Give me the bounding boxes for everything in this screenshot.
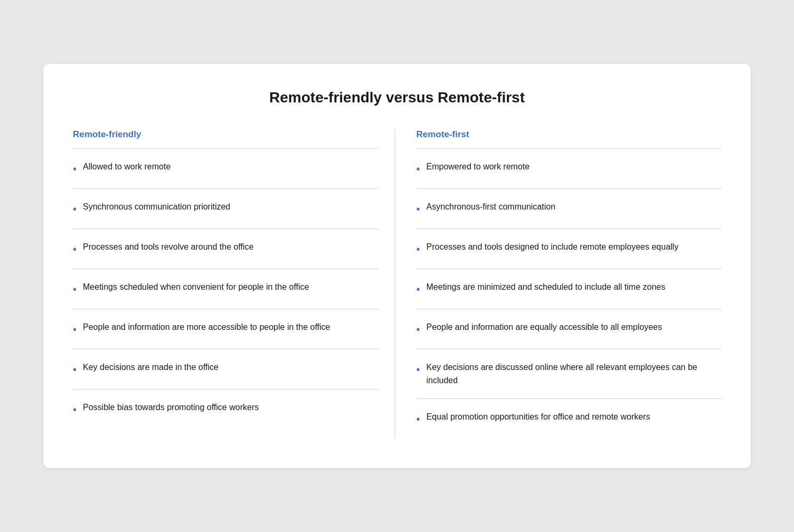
list-item: • Synchronous communication prioritized xyxy=(73,189,378,229)
item-text: Key decisions are discussed online where… xyxy=(427,361,721,387)
item-text: Processes and tools revolve around the o… xyxy=(83,241,253,254)
list-item: • People and information are more access… xyxy=(73,309,378,349)
bullet-icon: • xyxy=(417,161,420,177)
bullet-icon: • xyxy=(73,241,77,257)
list-item: • Meetings are minimized and scheduled t… xyxy=(417,269,722,309)
item-text: Meetings scheduled when convenient for p… xyxy=(83,281,309,294)
bullet-icon: • xyxy=(73,321,77,337)
list-item: • Key decisions are discussed online whe… xyxy=(417,349,722,400)
item-text: Empowered to work remote xyxy=(427,160,530,174)
bullet-icon: • xyxy=(417,201,420,217)
left-column: Remote-friendly • Allowed to work remote… xyxy=(73,129,395,439)
item-text: Synchronous communication prioritized xyxy=(83,201,230,214)
list-item: • Allowed to work remote xyxy=(73,149,378,189)
item-text: People and information are more accessib… xyxy=(83,321,330,334)
list-item: • Processes and tools revolve around the… xyxy=(73,229,378,269)
list-item: • Processes and tools designed to includ… xyxy=(417,229,722,269)
list-item: • Empowered to work remote xyxy=(417,149,722,189)
bullet-icon: • xyxy=(417,411,420,427)
bullet-icon: • xyxy=(73,161,77,177)
item-text: Key decisions are made in the office xyxy=(83,361,219,374)
bullet-icon: • xyxy=(417,321,420,337)
list-item: • Possible bias towards promoting office… xyxy=(73,390,378,429)
right-column: Remote-first • Empowered to work remote … xyxy=(395,129,722,439)
list-item: • Asynchronous-first communication xyxy=(417,189,722,229)
bullet-icon: • xyxy=(73,362,77,377)
columns-container: Remote-friendly • Allowed to work remote… xyxy=(73,129,721,439)
list-item: • Equal promotion opportunities for offi… xyxy=(417,399,722,439)
bullet-icon: • xyxy=(73,281,77,297)
comparison-card: Remote-friendly versus Remote-first Remo… xyxy=(43,64,751,469)
bullet-icon: • xyxy=(417,362,420,377)
item-text: Asynchronous-first communication xyxy=(427,201,556,214)
bullet-icon: • xyxy=(417,281,420,297)
bullet-icon: • xyxy=(417,241,420,257)
item-text: Allowed to work remote xyxy=(83,160,171,174)
card-title: Remote-friendly versus Remote-first xyxy=(73,89,721,106)
bullet-icon: • xyxy=(73,402,77,417)
list-item: • People and information are equally acc… xyxy=(417,309,722,349)
item-text: Meetings are minimized and scheduled to … xyxy=(427,281,666,294)
list-item: • Meetings scheduled when convenient for… xyxy=(73,269,378,309)
left-column-header: Remote-friendly xyxy=(73,129,378,140)
right-column-header: Remote-first xyxy=(417,129,722,140)
item-text: Possible bias towards promoting office w… xyxy=(83,401,259,414)
item-text: Equal promotion opportunities for office… xyxy=(427,411,650,424)
item-text: Processes and tools designed to include … xyxy=(427,241,679,254)
item-text: People and information are equally acces… xyxy=(427,321,662,334)
bullet-icon: • xyxy=(73,201,77,217)
list-item: • Key decisions are made in the office xyxy=(73,349,378,390)
